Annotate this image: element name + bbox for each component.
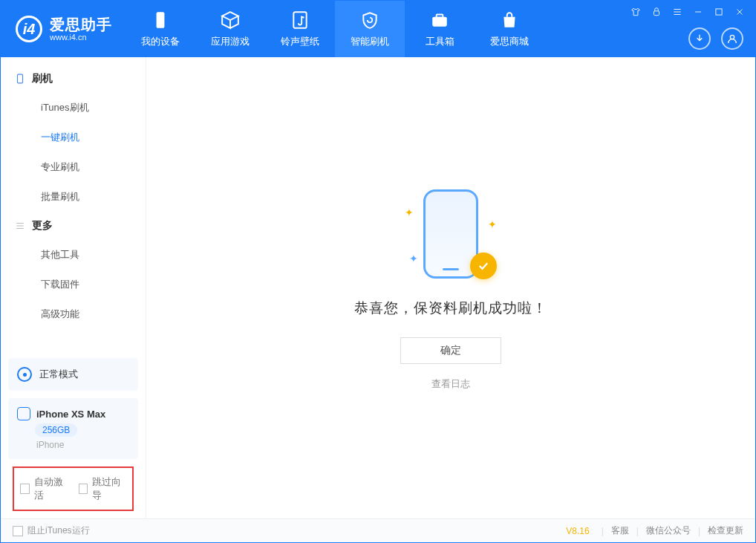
checkbox-label: 阻止iTunes运行 bbox=[27, 524, 90, 537]
toolbox-icon bbox=[429, 10, 450, 30]
user-button[interactable] bbox=[721, 27, 743, 50]
success-message: 恭喜您，保资料刷机成功啦！ bbox=[354, 299, 547, 318]
ok-button[interactable]: 确定 bbox=[400, 337, 501, 364]
mode-card[interactable]: 正常模式 bbox=[8, 358, 138, 391]
main-content: ✦ ✦ ✦ 恭喜您，保资料刷机成功啦！ 确定 查看日志 bbox=[146, 57, 755, 518]
checkbox-label: 跳过向导 bbox=[92, 475, 126, 502]
music-file-icon bbox=[290, 10, 310, 30]
footer: 阻止iTunes运行 V8.16 | 客服 | 微信公众号 | 检查更新 bbox=[1, 518, 755, 542]
svg-rect-3 bbox=[437, 14, 443, 17]
sidebar-item-other-tools[interactable]: 其他工具 bbox=[1, 240, 146, 270]
sidebar-item-batch-flash[interactable]: 批量刷机 bbox=[1, 182, 146, 212]
device-name: iPhone XS Max bbox=[36, 409, 105, 420]
svg-rect-1 bbox=[293, 12, 306, 28]
header: i4 爱思助手 www.i4.cn 我的设备 应用游戏 铃声壁纸 智能刷机 bbox=[1, 1, 755, 57]
body: 刷机 iTunes刷机 一键刷机 专业刷机 批量刷机 更多 其他工具 下载固件 … bbox=[1, 57, 755, 518]
app-window: i4 爱思助手 www.i4.cn 我的设备 应用游戏 铃声壁纸 智能刷机 bbox=[0, 0, 756, 543]
lock-icon[interactable] bbox=[650, 5, 663, 19]
version-label: V8.16 bbox=[566, 526, 589, 536]
sparkle-icon: ✦ bbox=[405, 207, 414, 218]
sidebar-item-itunes-flash[interactable]: iTunes刷机 bbox=[1, 93, 146, 123]
maximize-button[interactable] bbox=[712, 5, 726, 19]
logo-icon: i4 bbox=[16, 16, 42, 42]
device-type: iPhone bbox=[36, 440, 64, 450]
sidebar-item-download-firmware[interactable]: 下载固件 bbox=[1, 270, 146, 299]
app-subtitle: www.i4.cn bbox=[50, 33, 112, 42]
sidebar-item-advanced[interactable]: 高级功能 bbox=[1, 299, 146, 329]
sidebar-item-oneclick-flash[interactable]: 一键刷机 bbox=[1, 123, 146, 152]
device-icon bbox=[14, 73, 26, 85]
options-highlight-box: 自动激活 跳过向导 bbox=[13, 466, 134, 511]
svg-point-6 bbox=[730, 35, 734, 39]
header-action-circles bbox=[688, 27, 743, 50]
app-title: 爱思助手 bbox=[50, 16, 112, 33]
top-nav: 我的设备 应用游戏 铃声壁纸 智能刷机 工具箱 爱思商城 bbox=[126, 1, 544, 57]
sparkle-icon: ✦ bbox=[488, 218, 497, 230]
checkbox-auto-activate[interactable]: 自动激活 bbox=[20, 475, 68, 502]
svg-rect-5 bbox=[716, 9, 722, 15]
nav-label: 工具箱 bbox=[426, 35, 454, 48]
sidebar-item-pro-flash[interactable]: 专业刷机 bbox=[1, 152, 146, 182]
nav-label: 智能刷机 bbox=[351, 35, 389, 48]
cube-icon bbox=[220, 10, 241, 30]
footer-link-kefu[interactable]: 客服 bbox=[611, 524, 629, 537]
sidebar: 刷机 iTunes刷机 一键刷机 专业刷机 批量刷机 更多 其他工具 下载固件 … bbox=[1, 57, 146, 518]
nav-toolbox[interactable]: 工具箱 bbox=[405, 1, 475, 57]
nav-label: 应用游戏 bbox=[211, 35, 250, 48]
footer-link-wechat[interactable]: 微信公众号 bbox=[646, 524, 691, 537]
download-button[interactable] bbox=[688, 27, 711, 50]
footer-link-update[interactable]: 检查更新 bbox=[708, 524, 743, 537]
nav-store[interactable]: 爱思商城 bbox=[475, 1, 544, 57]
group-title: 更多 bbox=[32, 219, 53, 233]
checkbox-block-itunes[interactable]: 阻止iTunes运行 bbox=[13, 524, 90, 537]
bag-icon bbox=[499, 10, 520, 30]
svg-rect-0 bbox=[157, 12, 165, 28]
svg-rect-7 bbox=[18, 74, 23, 83]
phone-icon bbox=[150, 10, 171, 30]
nav-label: 我的设备 bbox=[141, 35, 180, 48]
nav-smart-flash[interactable]: 智能刷机 bbox=[335, 1, 405, 57]
sidebar-bottom: 正常模式 iPhone XS Max 256GB iPhone 自动激活 bbox=[1, 351, 146, 518]
close-button[interactable] bbox=[733, 5, 746, 19]
storage-badge: 256GB bbox=[35, 423, 77, 437]
nav-my-device[interactable]: 我的设备 bbox=[126, 1, 195, 57]
sidebar-group-flash: 刷机 bbox=[1, 65, 146, 93]
mode-dot-icon bbox=[17, 367, 32, 382]
group-title: 刷机 bbox=[32, 72, 53, 85]
view-log-link[interactable]: 查看日志 bbox=[431, 377, 470, 391]
nav-label: 铃声壁纸 bbox=[281, 35, 319, 48]
device-small-icon bbox=[17, 407, 30, 420]
nav-label: 爱思商城 bbox=[490, 35, 529, 48]
check-badge-icon bbox=[470, 253, 497, 279]
checkbox-label: 自动激活 bbox=[34, 475, 68, 502]
sidebar-group-more: 更多 bbox=[1, 212, 146, 240]
window-controls bbox=[629, 5, 746, 19]
svg-rect-4 bbox=[654, 11, 659, 16]
device-card[interactable]: iPhone XS Max 256GB iPhone bbox=[8, 398, 138, 459]
footer-right: V8.16 | 客服 | 微信公众号 | 检查更新 bbox=[566, 524, 743, 537]
refresh-shield-icon bbox=[359, 10, 380, 30]
menu-icon[interactable] bbox=[671, 5, 684, 19]
checkbox-skip-guide[interactable]: 跳过向导 bbox=[79, 475, 127, 502]
checkbox-icon bbox=[13, 526, 23, 536]
sparkle-icon: ✦ bbox=[409, 253, 418, 264]
logo: i4 爱思助手 www.i4.cn bbox=[1, 1, 126, 57]
nav-ringtones[interactable]: 铃声壁纸 bbox=[265, 1, 335, 57]
minimize-button[interactable] bbox=[691, 5, 705, 19]
checkbox-icon bbox=[79, 484, 88, 494]
mode-label: 正常模式 bbox=[39, 368, 78, 381]
list-icon bbox=[14, 220, 26, 232]
success-illustration: ✦ ✦ ✦ bbox=[391, 186, 510, 282]
tshirt-icon[interactable] bbox=[629, 5, 642, 19]
checkbox-icon bbox=[20, 484, 30, 494]
nav-apps-games[interactable]: 应用游戏 bbox=[195, 1, 265, 57]
